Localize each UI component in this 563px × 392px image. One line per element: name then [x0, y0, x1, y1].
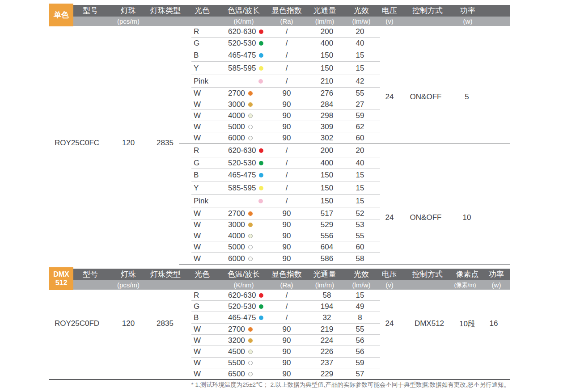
col-unit-pcs: (pcs/m) [117, 280, 140, 290]
cri-cell: 90 [283, 336, 291, 345]
w6000-color-dot-icon [248, 257, 253, 261]
w6000-color-dot-icon [248, 372, 253, 376]
luminous-flux-cell: 298 [321, 111, 333, 120]
efficacy-cell: 20 [356, 146, 364, 155]
cct-wavelength-cell [228, 199, 263, 203]
luminous-flux-cell: 556 [321, 232, 333, 240]
light-color-cell: W [194, 232, 201, 240]
efficacy-cell: 42 [356, 77, 364, 86]
w2700-color-dot-icon [248, 211, 253, 216]
w3000-color-dot-icon [248, 338, 253, 343]
cct-wavelength-cell: 6500 [228, 370, 253, 379]
light-color-cell: B [194, 171, 199, 180]
luminous-flux-cell: 276 [321, 89, 333, 98]
col-unit-cri: (Ra) [280, 17, 293, 26]
power-cell: 5 [465, 93, 469, 101]
efficacy-cell: 15 [356, 184, 364, 193]
cct-wavelength-value: 2700 [228, 89, 245, 98]
table-row: G520-530/40040 [49, 38, 510, 49]
pcs-cell: 120 [122, 139, 135, 148]
cct-wavelength-value: 5000 [228, 243, 245, 252]
efficacy-cell: 8 [358, 313, 362, 322]
table-row: R620-630/20020 [49, 144, 510, 157]
w2700-color-dot-icon [248, 327, 253, 332]
light-color-cell: Pink [194, 197, 208, 206]
power-cell: 10 [463, 213, 471, 222]
efficacy-cell: 56 [356, 336, 364, 345]
cri-cell: 90 [283, 122, 291, 131]
cct-wavelength-cell: 520-530 [228, 302, 263, 311]
light-color-cell: W [194, 254, 201, 263]
cct-wavelength-value: 3000 [228, 220, 245, 229]
light-color-cell: W [194, 111, 201, 120]
pink-color-dot-icon [258, 199, 263, 203]
light-color-cell: W [194, 122, 201, 131]
col-header-color: 光色 [195, 269, 210, 280]
col-unit-power: (w) [492, 280, 501, 290]
red-color-dot-icon [259, 293, 263, 298]
w6000-color-dot-icon [248, 136, 253, 140]
col-header-flux: 光通量 [313, 269, 336, 280]
col-header-type: 灯珠类型 [150, 5, 181, 17]
cct-wavelength-value: 6000 [228, 254, 245, 263]
efficacy-cell: 62 [356, 122, 364, 131]
blue-color-dot-icon [259, 53, 263, 58]
table-row: W60009058658 [49, 253, 510, 265]
luminous-flux-cell: 400 [321, 159, 333, 168]
col-header-control: 控制方式 [412, 5, 443, 17]
cct-wavelength-value: 4000 [228, 111, 245, 120]
cri-cell: 90 [283, 220, 291, 229]
efficacy-cell: 15 [356, 171, 364, 180]
cri-cell: 90 [283, 370, 291, 379]
col-header-control: 控制方式 [412, 269, 443, 280]
light-color-cell: W [194, 370, 201, 379]
efficacy-cell: 53 [356, 220, 364, 229]
table-row: B465-475/15015 [49, 49, 510, 62]
efficacy-cell: 59 [356, 111, 364, 120]
efficacy-cell: 55 [356, 89, 364, 98]
yellow-color-dot-icon [259, 66, 263, 71]
luminous-flux-cell: 226 [321, 347, 333, 356]
col-header-cri: 显色指数 [271, 5, 302, 17]
red-color-dot-icon [259, 148, 263, 153]
cct-wavelength-cell: 2700 [228, 89, 253, 98]
table-row: W60009030260 [49, 132, 510, 144]
col-header-flux: 光通量 [313, 5, 336, 17]
cct-wavelength-value: 6000 [228, 134, 245, 143]
light-color-cell: W [194, 89, 201, 98]
cri-cell: 90 [283, 358, 291, 367]
cri-cell: 90 [283, 111, 291, 120]
cct-wavelength-cell: 520-530 [228, 39, 263, 48]
col-header-pcs: 灯珠 [121, 5, 136, 17]
cct-wavelength-value: 4000 [228, 232, 245, 240]
table2-category-tag: DMX 512 [49, 267, 73, 290]
cct-wavelength-cell: 5000 [228, 122, 253, 131]
pink-color-dot-icon [258, 79, 263, 84]
cri-cell: 90 [283, 209, 291, 218]
col-unit-power: (w) [463, 17, 473, 26]
table-row: G520-530/40040 [49, 157, 510, 169]
cri-cell: / [286, 39, 288, 48]
light-color-cell: G [194, 302, 199, 311]
light-color-cell: Pink [194, 77, 208, 86]
col-header-color: 光色 [195, 5, 210, 17]
col-header-pcs: 灯珠 [121, 269, 136, 280]
table-row: W32009022456 [49, 335, 510, 346]
efficacy-cell: 58 [356, 254, 364, 263]
led-type-cell: 2835 [157, 139, 174, 148]
col-header-eff: 光效 [354, 269, 369, 280]
red-color-dot-icon [259, 30, 263, 34]
model-cell: ROY25C0FD [55, 319, 99, 328]
luminous-flux-cell: 150 [321, 51, 333, 60]
w5000-color-dot-icon [248, 245, 253, 249]
light-color-cell: W [194, 100, 201, 109]
cct-wavelength-cell: 5500 [228, 358, 253, 367]
col-header-pixel: 像素点 [456, 269, 479, 280]
light-color-cell: W [194, 220, 201, 229]
table1-body: R620-630/20020G520-530/40040B465-475/150… [49, 26, 510, 265]
col-header-power: 功率 [460, 5, 475, 17]
col-header-voltage: 电压 [382, 5, 397, 17]
cct-wavelength-value: 520-530 [228, 159, 256, 168]
cct-wavelength-value: 5500 [228, 358, 245, 367]
cct-wavelength-value: 585-595 [228, 64, 256, 73]
